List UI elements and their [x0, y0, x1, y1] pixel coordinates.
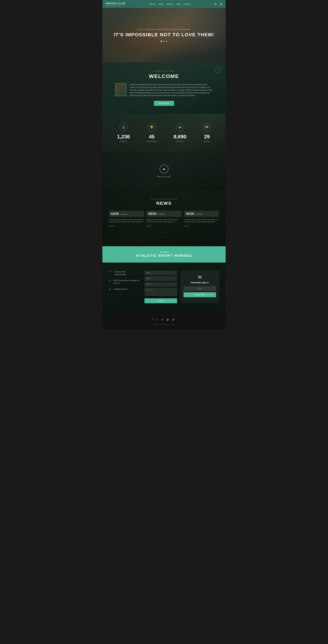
winners-label: winners — [203, 140, 211, 142]
scroll-down-button[interactable]: ↓ — [215, 67, 221, 73]
news-date-month-1: september — [120, 213, 127, 215]
contact-form: send — [144, 270, 177, 303]
hero-subtitle: DUIS AUTEM VEL EUM IRIURE DOLOR IN HENDR… — [137, 28, 191, 30]
twitter-icon[interactable]: 𝕥 — [157, 318, 158, 321]
footer-copyright: Copyright © 2015 | Privacy Policy — [109, 324, 219, 325]
news-more-3[interactable]: MORE — [184, 225, 189, 227]
contact-email-item: ✉ mail@demolink.org — [109, 288, 141, 291]
hero-dot-3[interactable] — [166, 40, 167, 42]
news-title: NEWS — [109, 201, 219, 206]
stat-tournaments: 🏆 45 tournaments — [146, 123, 157, 142]
news-header: CUM SOLUTA NOBIS ELEI NEWS — [109, 198, 219, 206]
followers-icon: 🐦 — [176, 123, 184, 131]
news-more-1[interactable]: MORE — [109, 225, 114, 227]
contact-section: 📱 +1 800 603 6035 +1 800 889 9898 ➤ 9870… — [102, 262, 226, 314]
followers-count: 8,690 — [174, 134, 186, 140]
nav-contacts[interactable]: Contacts — [184, 3, 190, 5]
news-more-2[interactable]: MORE — [146, 225, 151, 227]
social-icons: f 𝕥 ⊙ 𝗽 g+ — [109, 318, 219, 321]
contact-phone-text: +1 800 603 6035 +1 800 889 9898 — [114, 270, 126, 276]
followers-label: followers — [174, 140, 186, 142]
nav-home[interactable]: Home ▾ — [149, 3, 155, 5]
nav-gallery[interactable]: Gallery ▾ — [167, 3, 174, 5]
stat-winners: 🏁 29 winners — [203, 123, 211, 142]
news-grid: 12/15 september Sensectetuer adipiscing … — [109, 210, 219, 227]
news-text-3: Ce ectetuer adipiscing elit, sed diam no… — [184, 218, 219, 223]
more-info-button[interactable]: More info — [154, 101, 174, 106]
news-navigation: ‹ › — [109, 230, 219, 233]
tournaments-count: 45 — [146, 134, 157, 140]
news-card-1: 12/15 september Sensectetuer adipiscing … — [109, 210, 144, 227]
news-date-num-3: 31/15 — [186, 212, 194, 216]
subscribe-button[interactable]: subscribe — [184, 292, 216, 297]
news-text-2: Adipiscing elit, sed diam nonummy nibh e… — [146, 218, 182, 223]
welcome-avatar — [115, 83, 126, 96]
news-subtitle: CUM SOLUTA NOBIS ELEI — [109, 198, 219, 200]
catalog-title: ATHLETIC SPORT HORSES — [109, 254, 219, 258]
navbar: HORSES CLUB columbia association Home ▾ … — [102, 0, 226, 8]
news-card-3: 31/15 december Ce ectetuer adipiscing el… — [184, 210, 219, 227]
send-button[interactable]: send — [144, 298, 177, 303]
hero-dots — [161, 40, 167, 42]
stat-followers: 🐦 8,690 followers — [174, 123, 186, 142]
instagram-icon[interactable]: ⊙ — [161, 318, 163, 321]
contact-info: 📱 +1 800 603 6035 +1 800 889 9898 ➤ 9870… — [109, 270, 141, 303]
brand-sub: columbia association — [106, 5, 125, 6]
pinterest-icon[interactable]: 𝗽 — [167, 318, 169, 321]
hero-section: DUIS AUTEM VEL EUM IRIURE DOLOR IN HENDR… — [102, 8, 226, 62]
news-section: CUM SOLUTA NOBIS ELEI NEWS 12/15 septemb… — [102, 190, 226, 246]
video-label: Watch the video — [157, 176, 171, 178]
play-button[interactable] — [160, 164, 169, 174]
winners-count: 29 — [203, 134, 211, 140]
googleplus-icon[interactable]: g+ — [172, 318, 175, 321]
winners-icon: 🏁 — [203, 123, 211, 131]
tournaments-icon: 🏆 — [148, 123, 156, 131]
news-date-num-1: 12/15 — [111, 212, 119, 216]
video-section: Watch the video — [102, 152, 226, 190]
members-count: 1,236 — [117, 134, 130, 140]
phone2: +1 800 889 9898 — [114, 273, 126, 276]
contact-email-text: mail@demolink.org — [114, 288, 127, 290]
nav-about[interactable]: About — [159, 3, 163, 5]
hero-dot-1[interactable] — [161, 40, 162, 42]
contact-phone-item: 📱 +1 800 603 6035 +1 800 889 9898 — [109, 270, 141, 276]
search-icon[interactable]: 🔍 — [215, 3, 217, 5]
nav-blog[interactable]: Blog — [177, 3, 180, 5]
form-name-input[interactable] — [144, 270, 177, 275]
phone1: +1 800 603 6035 — [114, 270, 126, 273]
facebook-icon[interactable]: f — [153, 318, 153, 321]
newsletter-box: ✉ Newsletter sign in subscribe — [180, 270, 219, 303]
email-icon: ✉ — [109, 288, 112, 291]
newsletter-email-input[interactable] — [184, 286, 216, 291]
members-icon: 👤 — [119, 123, 127, 131]
stats-section: 👤 1,236 members 🏆 45 tournaments 🐦 8,690… — [102, 114, 226, 152]
contact-address-item: ➤ 9870 St Vincent Place, Glasgow, DC 45 … — [109, 279, 141, 284]
news-date-month-3: december — [195, 213, 202, 215]
stat-members: 👤 1,236 members — [117, 123, 130, 142]
hero-dot-2[interactable] — [163, 40, 165, 42]
nav-menu: Home ▾ About Gallery ▾ Blog Contacts — [149, 3, 191, 5]
catalog-link[interactable]: See catalog — [109, 251, 219, 253]
location-icon: ➤ — [109, 280, 112, 282]
members-label: members — [117, 140, 130, 142]
welcome-title: WELCOME — [115, 73, 213, 79]
brand: HORSES CLUB columbia association — [106, 2, 125, 6]
phone-icon: 📱 — [109, 271, 112, 274]
login-icon[interactable]: 🔒 — [220, 3, 222, 5]
form-email-input[interactable] — [144, 276, 177, 281]
news-next-button[interactable]: › — [165, 230, 166, 233]
form-message-input[interactable] — [144, 288, 177, 296]
welcome-subtitle: RITAS EST ETIAM — [115, 70, 213, 72]
contact-grid: 📱 +1 800 603 6035 +1 800 889 9898 ➤ 9870… — [109, 270, 219, 303]
news-text-1: Sensectetuer adipiscing elit, sed diam n… — [109, 218, 144, 223]
welcome-section: ↓ RITAS EST ETIAM WELCOME Sensectetuer a… — [102, 62, 226, 114]
welcome-text: Sensectetuer adipiscing elit, sed diam n… — [130, 83, 213, 97]
news-date-1: 12/15 september — [109, 210, 144, 217]
news-date-month-2: november — [157, 213, 165, 215]
form-phone-input[interactable] — [144, 282, 177, 286]
news-date-2: 03/15 november — [146, 210, 182, 217]
news-date-num-2: 03/15 — [148, 212, 156, 216]
news-date-3: 31/15 december — [184, 210, 219, 217]
news-prev-button[interactable]: ‹ — [162, 230, 163, 233]
brand-name: HORSES CLUB — [106, 2, 125, 5]
